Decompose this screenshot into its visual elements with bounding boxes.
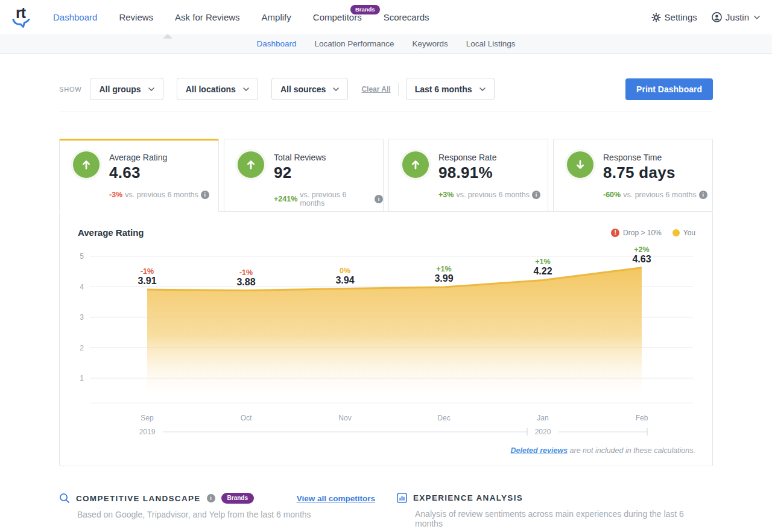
info-icon[interactable]: i: [375, 195, 383, 203]
svg-text:5: 5: [80, 252, 84, 261]
svg-text:3.88: 3.88: [236, 277, 255, 287]
subnav-caret: [163, 34, 172, 39]
filters-bar: SHOW All groups All locations All source…: [59, 78, 713, 100]
svg-text:Jan: Jan: [537, 414, 548, 422]
chevron-down-icon: [333, 87, 339, 91]
logo-swoosh-icon: [12, 19, 30, 28]
view-all-competitors-link[interactable]: View all competitors: [297, 494, 375, 503]
subnav-dashboard[interactable]: Dashboard: [256, 39, 296, 48]
settings-button[interactable]: Settings: [651, 12, 697, 22]
stat-change: +3% vs. previous 6 months i: [438, 191, 540, 199]
date-range-dropdown[interactable]: Last 6 months: [406, 78, 495, 100]
deleted-reviews-link[interactable]: Deleted reviews: [511, 446, 568, 455]
stat-value: 92: [274, 163, 383, 182]
print-dashboard-button[interactable]: Print Dashboard: [625, 78, 713, 100]
section-divider: [59, 112, 713, 112]
bar-chart-icon: [397, 493, 407, 503]
svg-text:2019: 2019: [139, 428, 156, 436]
average-rating-chart: 12345-1%3.91-1%3.880%3.94+1%3.99+1%4.22+…: [60, 241, 712, 445]
svg-text:+1%: +1%: [436, 265, 451, 273]
show-label: SHOW: [59, 86, 81, 93]
svg-text:Dec: Dec: [437, 414, 450, 422]
svg-text:Feb: Feb: [636, 414, 648, 422]
svg-text:1: 1: [80, 374, 84, 382]
app-logo[interactable]: rt: [12, 7, 40, 28]
stat-change: +241% vs. previous 6 months i: [274, 191, 383, 207]
subnav-keywords[interactable]: Keywords: [413, 39, 448, 48]
svg-text:3.94: 3.94: [335, 275, 354, 285]
user-menu[interactable]: Justin: [712, 12, 760, 22]
svg-text:Oct: Oct: [241, 414, 252, 422]
trend-up-icon: [402, 151, 429, 178]
svg-text:0%: 0%: [340, 267, 350, 275]
stat-value: 8.75 days: [603, 163, 707, 182]
svg-text:Sep: Sep: [141, 414, 154, 422]
locations-dropdown[interactable]: All locations: [177, 78, 258, 100]
svg-text:4: 4: [80, 283, 84, 291]
chevron-down-icon: [243, 87, 249, 91]
chevron-down-icon: [148, 87, 154, 91]
stat-card-average-rating[interactable]: Average Rating 4.63 -3% vs. previous 6 m…: [59, 139, 219, 212]
stat-title: Average Rating: [109, 153, 209, 162]
section-title: COMPETITIVE LANDSCAPE: [76, 494, 201, 503]
legend-drop: ! Drop > 10%: [611, 229, 662, 237]
section-description: Analysis of review sentiments across mai…: [415, 509, 713, 528]
nav-competitors[interactable]: Competitors Brands: [313, 12, 362, 22]
stat-change: -3% vs. previous 6 months i: [109, 191, 209, 199]
clear-all-link[interactable]: Clear All: [361, 85, 390, 93]
chevron-down-icon: [479, 87, 486, 91]
stat-value: 4.63: [109, 163, 209, 182]
nav-scorecards[interactable]: Scorecards: [384, 12, 429, 22]
filter-divider: [398, 83, 399, 96]
sources-dropdown[interactable]: All sources: [271, 78, 348, 100]
chevron-down-icon: [754, 16, 760, 19]
stat-title: Response Rate: [438, 153, 540, 162]
stat-card-response-rate[interactable]: Response Rate 98.91% +3% vs. previous 6 …: [388, 139, 548, 212]
legend-you: You: [672, 229, 695, 237]
svg-text:2: 2: [80, 344, 84, 352]
svg-text:3.91: 3.91: [138, 276, 156, 286]
alert-icon: !: [611, 229, 619, 237]
subnav-local-listings[interactable]: Local Listings: [466, 39, 516, 48]
user-icon: [712, 12, 722, 22]
stat-title: Response Time: [603, 153, 707, 162]
stat-tabs: Average Rating 4.63 -3% vs. previous 6 m…: [59, 139, 713, 212]
chart-legend: ! Drop > 10% You: [611, 229, 695, 237]
search-icon: [59, 493, 70, 504]
svg-text:+2%: +2%: [634, 245, 649, 254]
section-title: EXPERIENCE ANALYSIS: [413, 493, 523, 502]
svg-text:Nov: Nov: [338, 414, 351, 422]
stat-card-response-time[interactable]: Response Time 8.75 days -60% vs. previou…: [553, 139, 713, 212]
svg-text:4.22: 4.22: [533, 266, 552, 276]
nav-amplify[interactable]: Amplify: [262, 12, 291, 22]
nav-dashboard[interactable]: Dashboard: [53, 12, 97, 22]
main-nav: Dashboard Reviews Ask for Reviews Amplif…: [53, 12, 429, 22]
info-icon[interactable]: i: [699, 191, 707, 199]
info-icon[interactable]: i: [532, 191, 540, 199]
svg-text:-1%: -1%: [239, 268, 253, 277]
subnav-location-performance[interactable]: Location Performance: [314, 39, 394, 48]
svg-text:-1%: -1%: [141, 267, 154, 276]
trend-up-icon: [73, 151, 100, 178]
info-icon[interactable]: i: [207, 494, 215, 502]
groups-dropdown[interactable]: All groups: [90, 78, 163, 100]
svg-text:3: 3: [80, 313, 84, 321]
svg-text:4.63: 4.63: [632, 254, 651, 264]
info-icon[interactable]: i: [201, 191, 209, 199]
section-description: Based on Google, Tripadvisor, and Yelp f…: [77, 510, 375, 519]
chart-panel: Average Rating ! Drop > 10% You 12345-1%…: [59, 211, 713, 466]
trend-up-icon: [238, 151, 264, 178]
stat-value: 98.91%: [438, 163, 540, 182]
chart-footnote: Deleted reviews are not included in thes…: [60, 446, 712, 455]
logo-text: rt: [16, 7, 25, 19]
user-name: Justin: [726, 12, 749, 22]
gear-icon: [651, 13, 661, 22]
stat-card-total-reviews[interactable]: Total Reviews 92 +241% vs. previous 6 mo…: [224, 139, 384, 212]
brands-badge: Brands: [350, 5, 380, 14]
nav-ask-for-reviews[interactable]: Ask for Reviews: [175, 12, 240, 22]
chart-title: Average Rating: [78, 227, 144, 238]
nav-reviews[interactable]: Reviews: [119, 12, 153, 22]
you-dot-icon: [672, 229, 680, 236]
brands-badge: Brands: [221, 493, 254, 504]
stat-title: Total Reviews: [274, 153, 383, 162]
